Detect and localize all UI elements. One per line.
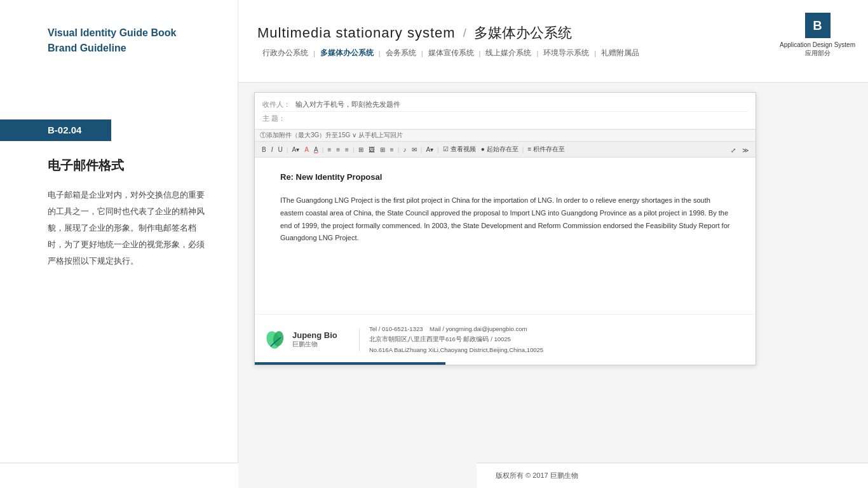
email-subject-row: 主 题： (262, 112, 748, 125)
email-body-text: IThe Guangdong LNG Project is the first … (280, 194, 730, 245)
app-badge-label: Application Design System 应用部分 (780, 41, 855, 57)
toolbar-font-color[interactable]: A (302, 146, 311, 154)
toolbar-more[interactable]: ≫ (740, 146, 750, 154)
toolbar-video[interactable]: ☑ 查看视频 (441, 144, 478, 154)
toolbar-mail[interactable]: ✉ (410, 146, 419, 154)
email-subject-line: Re: New Identity Proposal (280, 170, 730, 184)
section-description: 电子邮箱是企业对内，对外交换信息的重要的工具之一，它同时也代表了企业的精神风貌，… (0, 187, 238, 269)
nav-item-admin[interactable]: 行政办公系统 (257, 48, 313, 58)
header-title-row: Multimedia stationary system / 多媒体办公系统 (257, 24, 868, 43)
email-promo-toolbar: ①添加附件（最大3G）升至15G ∨ 从手机上写回片 (255, 130, 756, 142)
header-divider: / (463, 27, 466, 40)
brand-block: Visual Identity Guide Book Brand Guideli… (0, 0, 238, 69)
section-badge: B-02.04 (0, 119, 111, 141)
email-to-field[interactable]: 输入对方手机号，即刻抢先发题件 (295, 100, 400, 109)
toolbar-expand[interactable]: ⤢ (729, 146, 738, 154)
header-bar: Multimedia stationary system / 多媒体办公系统 行… (238, 0, 868, 83)
email-to-row: 收件人： 输入对方手机号，即刻抢先发题件 (262, 98, 748, 112)
header-title-en: Multimedia stationary system (257, 25, 456, 41)
toolbar-grid[interactable]: ⊞ (378, 146, 387, 154)
page-footer: 版权所有 © 2017 巨鹏生物 48 (477, 463, 868, 488)
toolbar-bold[interactable]: B (260, 146, 268, 154)
toolbar-align-left[interactable]: ≡ (325, 146, 333, 154)
email-format-toolbar[interactable]: B I U | A▾ A A | ≡ ≡ ≡ | ⊞ 🖼 ⊞ ≡ | ♪ ✉ |… (255, 142, 756, 158)
sig-blue-bar (255, 362, 445, 365)
toolbar-image[interactable]: 🖼 (367, 146, 377, 154)
nav-item-environment[interactable]: 环境导示系统 (538, 48, 594, 58)
app-badge-icon: B (805, 13, 831, 38)
nav-item-media[interactable]: 媒体宣传系统 (423, 48, 479, 58)
company-logo-icon (264, 329, 287, 351)
sidebar-footer (0, 463, 238, 488)
toolbar-align-center[interactable]: ≡ (334, 146, 342, 154)
toolbar-table[interactable]: ⊞ (356, 146, 365, 154)
header-nav: 行政办公系统 | 多媒体办公系统 | 会务系统 | 媒体宣传系统 | 线上媒介系… (257, 48, 868, 58)
toolbar-list[interactable]: ≡ (388, 146, 396, 154)
nav-item-gifts[interactable]: 礼赠附属品 (596, 48, 644, 58)
footer-copyright: 版权所有 © 2017 巨鹏生物 (496, 471, 868, 480)
nav-item-conference[interactable]: 会务系统 (381, 48, 421, 58)
email-mockup: 收件人： 输入对方手机号，即刻抢先发题件 主 题： ①添加附件（最大3G）升至1… (254, 92, 756, 365)
toolbar-font-size[interactable]: A▾ (424, 146, 435, 154)
toolbar-italic[interactable]: I (269, 146, 275, 154)
sidebar: Visual Identity Guide Book Brand Guideli… (0, 0, 238, 488)
sig-logo-area: Jupeng Bio 巨鹏生物 (264, 329, 360, 351)
promo-text: ①添加附件（最大3G）升至15G ∨ 从手机上写回片 (260, 131, 403, 140)
sig-company-name: Jupeng Bio 巨鹏生物 (292, 330, 337, 349)
section-title: 电子邮件格式 (0, 141, 238, 187)
toolbar-storage2[interactable]: ≡ 积件存在至 (526, 144, 567, 154)
nav-item-multimedia[interactable]: 多媒体办公系统 (315, 48, 379, 58)
toolbar-storage1[interactable]: ● 起始存在至 (479, 144, 520, 154)
app-badge: B Application Design System 应用部分 (780, 13, 855, 57)
toolbar-align-right[interactable]: ≡ (343, 146, 351, 154)
header-title-cn: 多媒体办公系统 (474, 24, 572, 43)
nav-item-online[interactable]: 线上媒介系统 (480, 48, 536, 58)
badge-text: B-02.04 (48, 125, 81, 135)
email-signature: Jupeng Bio 巨鹏生物 Tel / 010-6521-1323 Mail… (255, 314, 756, 365)
toolbar-font-a[interactable]: A▾ (290, 146, 302, 154)
brand-name: Visual Identity Guide Book (48, 25, 219, 41)
email-to-label: 收件人： (262, 100, 290, 109)
toolbar-audio[interactable]: ♪ (402, 146, 409, 154)
email-header: 收件人： 输入对方手机号，即刻抢先发题件 主 题： (255, 93, 756, 130)
toolbar-font-highlight[interactable]: A (312, 146, 320, 154)
sig-contact-info: Tel / 010-6521-1323 Mail / yongming.dai@… (369, 324, 543, 355)
email-body: Re: New Identity Proposal IThe Guangdong… (255, 158, 756, 257)
toolbar-underline[interactable]: U (276, 146, 284, 154)
brand-guideline: Brand Guideline (48, 41, 219, 56)
email-subject-label: 主 题： (262, 114, 288, 123)
main-content: Multimedia stationary system / 多媒体办公系统 行… (238, 0, 868, 488)
